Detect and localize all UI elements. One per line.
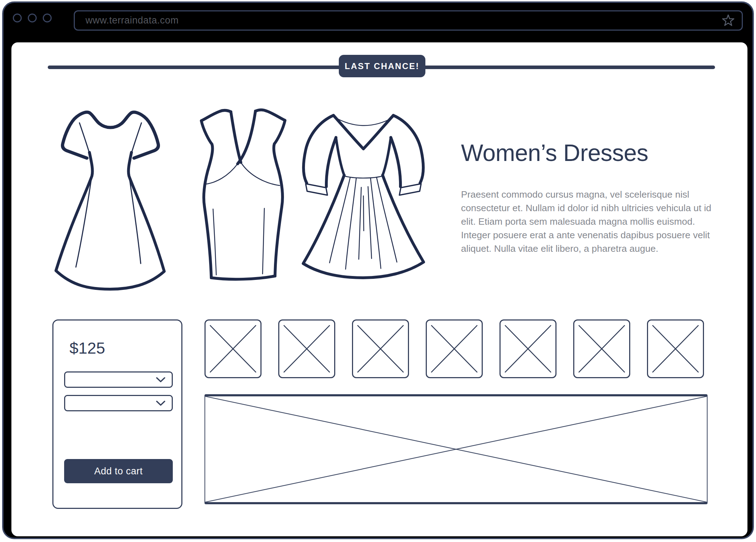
image-placeholder-thumbnail[interactable] bbox=[647, 319, 704, 378]
placeholder-x-icon bbox=[205, 396, 707, 502]
description-text: Praesent commodo cursus magna, vel scele… bbox=[461, 188, 725, 255]
placeholder-x-icon bbox=[648, 320, 703, 377]
image-placeholder-thumbnail[interactable] bbox=[426, 319, 483, 378]
image-placeholder-thumbnail[interactable] bbox=[573, 319, 630, 378]
bookmark-star-icon[interactable] bbox=[721, 14, 735, 28]
image-placeholder-thumbnail[interactable] bbox=[499, 319, 556, 378]
page-content: LAST CHANCE! bbox=[11, 42, 747, 536]
chevron-down-icon bbox=[156, 401, 165, 406]
placeholder-x-icon bbox=[353, 320, 408, 377]
placeholder-x-icon bbox=[427, 320, 482, 377]
promo-badge-label: LAST CHANCE! bbox=[345, 61, 420, 71]
browser-window: www.terraindata.com LAST CHANCE! bbox=[2, 1, 754, 539]
screenshot-root: www.terraindata.com LAST CHANCE! bbox=[0, 0, 756, 542]
placeholder-x-icon bbox=[279, 320, 334, 377]
placeholder-x-icon bbox=[501, 320, 555, 377]
product-card: $125 Add to cart bbox=[52, 319, 182, 509]
add-to-cart-button[interactable]: Add to cart bbox=[64, 459, 173, 483]
url-text: www.terraindata.com bbox=[86, 15, 179, 26]
image-placeholder-thumbnail[interactable] bbox=[278, 319, 335, 378]
dress-illustration-long-sleeve bbox=[298, 105, 432, 298]
option-select-1[interactable] bbox=[64, 371, 173, 388]
image-placeholder-banner bbox=[204, 394, 708, 504]
window-control-icon[interactable] bbox=[43, 14, 52, 22]
thumbnail-row bbox=[204, 319, 704, 378]
dress-illustration-sheath bbox=[196, 108, 291, 294]
chevron-down-icon bbox=[156, 377, 165, 382]
option-select-2[interactable] bbox=[64, 395, 173, 411]
window-control-icon[interactable] bbox=[28, 14, 37, 22]
image-placeholder-thumbnail[interactable] bbox=[204, 319, 262, 378]
image-placeholder-thumbnail[interactable] bbox=[352, 319, 409, 378]
price-label: $125 bbox=[69, 339, 105, 358]
page-title: Women’s Dresses bbox=[461, 139, 648, 166]
dress-illustration-a-line bbox=[53, 108, 167, 293]
window-controls bbox=[13, 14, 52, 22]
url-bar[interactable]: www.terraindata.com bbox=[74, 10, 743, 31]
window-control-icon[interactable] bbox=[13, 14, 22, 22]
promo-badge: LAST CHANCE! bbox=[339, 55, 425, 77]
placeholder-x-icon bbox=[206, 320, 260, 377]
placeholder-x-icon bbox=[574, 320, 629, 377]
